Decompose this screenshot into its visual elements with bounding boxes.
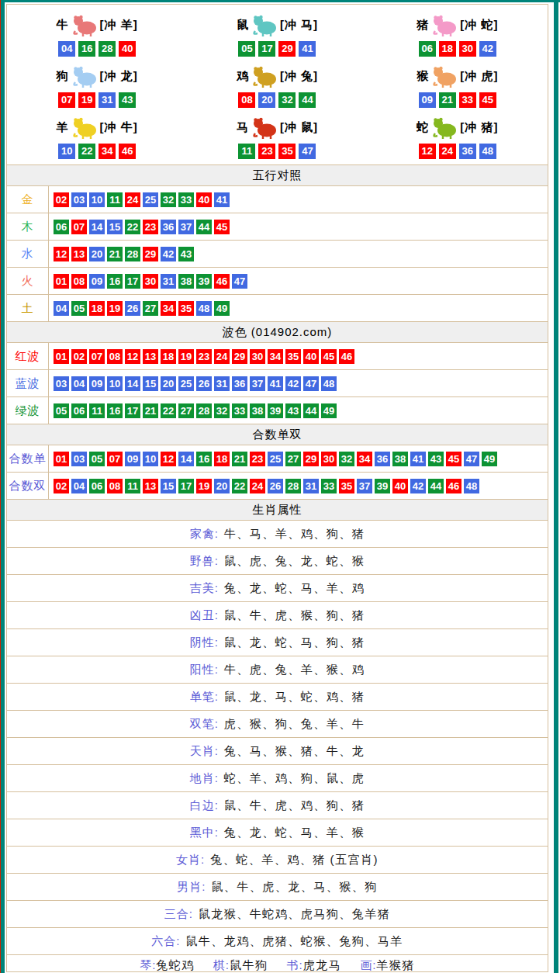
zodiac-number-row: 07193143	[7, 92, 187, 109]
wave-row-label: 蓝波	[7, 370, 49, 396]
arts-zodiac-row: 琴:兔蛇鸡棋:鼠牛狗书:虎龙马画:羊猴猪	[7, 955, 548, 971]
number-ball: 33	[459, 92, 476, 108]
number-ball: 29	[278, 41, 296, 57]
number-ball: 41	[214, 192, 230, 207]
number-ball: 16	[107, 274, 123, 289]
attribute-value: 牛、虎、兔、羊、猴、鸡	[224, 663, 365, 677]
attribute-value: 牛、马、羊、鸡、狗、猪	[224, 527, 365, 542]
number-ball: 02	[54, 479, 69, 493]
number-ball: 31	[99, 92, 116, 108]
zodiac-cell: 猪[冲 蛇]06183042	[368, 9, 548, 60]
attribute-value: 虎、猴、狗、兔、羊、牛	[224, 717, 365, 732]
number-ball: 12	[419, 144, 436, 159]
zodiac-name-line: 羊[冲 牛]	[7, 111, 187, 144]
number-ball: 31	[214, 376, 230, 391]
zodiac-name-line: 牛[冲 羊]	[7, 9, 187, 41]
zodiac-clash-label: [冲 鼠]	[280, 120, 318, 135]
sum-parity-row-label: 合数单	[7, 445, 49, 472]
number-ball: 47	[299, 144, 316, 159]
number-ball: 42	[161, 247, 176, 261]
reference-table: 牛[冲 羊]04162840鼠[冲 马]05172941猪[冲 蛇]061830…	[6, 4, 548, 972]
number-ball: 44	[299, 92, 316, 108]
number-ball: 18	[161, 349, 176, 364]
attribute-label: 六合:	[151, 934, 180, 949]
horse-zodiac-icon	[251, 115, 278, 140]
zodiac-attribute-row: 女肖:兔、蛇、羊、鸡、猪 (五宫肖)	[7, 847, 548, 874]
number-ball: 29	[232, 349, 247, 364]
zodiac-cell: 马[冲 鼠]11233547	[187, 111, 367, 162]
section-header-five-elements: 五行对照	[7, 165, 548, 186]
attribute-value: 兔、龙、蛇、马、羊、鸡	[224, 581, 365, 596]
zodiac-clash-label: [冲 马]	[280, 18, 318, 33]
zodiac-attributes-title: 生肖属性	[253, 503, 302, 516]
zodiac-animal-label: 狗	[57, 69, 69, 84]
number-ball: 20	[214, 479, 230, 493]
number-ball: 19	[196, 479, 212, 493]
five-elements-row-label: 水	[7, 241, 49, 267]
number-ball: 05	[238, 41, 255, 57]
five-elements-row-label: 金	[7, 186, 49, 213]
number-ball: 16	[196, 452, 212, 466]
attribute-label: 单笔:	[190, 690, 219, 705]
wave-row-balls: 03040910141520252631363741424748	[49, 370, 548, 396]
number-ball: 20	[161, 376, 176, 391]
frame-left-accent-line	[0, 0, 1, 973]
zodiac-animal-label: 鼠	[237, 18, 249, 33]
zodiac-animal-label: 马	[237, 120, 249, 135]
number-ball: 40	[119, 41, 136, 57]
number-ball: 14	[178, 452, 194, 466]
number-ball: 49	[321, 403, 337, 418]
pig-zodiac-icon	[430, 12, 458, 37]
number-ball: 12	[161, 452, 176, 466]
attribute-label: 双笔:	[190, 717, 219, 732]
number-ball: 29	[143, 247, 158, 261]
attribute-label: 野兽:	[190, 554, 219, 569]
number-ball: 35	[285, 349, 301, 364]
zodiac-clash-label: [冲 猪]	[460, 120, 498, 135]
attribute-value: 鼠、虎、兔、龙、蛇、猴	[224, 554, 365, 569]
number-ball: 48	[321, 376, 337, 391]
number-ball: 08	[71, 274, 87, 289]
number-ball: 27	[143, 301, 158, 316]
five-elements-row: 木06071415222336374445	[7, 213, 548, 241]
number-ball: 27	[178, 403, 194, 418]
number-ball: 03	[71, 452, 87, 466]
five-elements-row-balls: 0108091617303138394647	[49, 268, 548, 294]
zodiac-animal-label: 鸡	[237, 69, 249, 84]
zodiac-attribute-row: 黑中:兔、龙、蛇、马、羊、猴	[7, 819, 548, 847]
number-ball: 38	[250, 403, 265, 418]
five-elements-row-label: 土	[7, 295, 49, 321]
number-ball: 19	[178, 349, 194, 364]
number-ball: 18	[89, 301, 105, 316]
zodiac-number-row: 09213345	[368, 92, 548, 109]
number-ball: 45	[479, 92, 496, 108]
number-ball: 04	[58, 41, 75, 57]
number-ball: 10	[89, 192, 105, 207]
attribute-label: 白边:	[190, 798, 219, 813]
sum-parity-row-balls: 0204060811131517192022242628313335373940…	[49, 473, 548, 499]
number-ball: 25	[143, 192, 158, 207]
number-ball: 44	[428, 479, 444, 493]
number-ball: 03	[54, 376, 69, 391]
number-ball: 04	[54, 301, 69, 316]
zodiac-number-row: 06183042	[368, 41, 548, 58]
number-ball: 10	[143, 452, 158, 466]
number-ball: 28	[125, 247, 140, 261]
wave-row: 绿波05061116172122272832333839434449	[7, 397, 548, 424]
five-elements-row-balls: 1213202128294243	[49, 241, 548, 267]
number-ball: 17	[258, 41, 275, 57]
number-ball: 07	[58, 92, 75, 108]
number-ball: 14	[89, 220, 105, 234]
number-ball: 15	[107, 220, 123, 234]
number-ball: 43	[285, 403, 301, 418]
number-ball: 31	[303, 479, 319, 493]
sum-parity-row: 合数双0204060811131517192022242628313335373…	[7, 473, 548, 500]
number-ball: 29	[303, 452, 319, 466]
number-ball: 11	[107, 192, 123, 207]
zodiac-clash-label: [冲 牛]	[100, 120, 138, 135]
attribute-value: 兔、龙、蛇、马、羊、猴	[224, 826, 365, 840]
number-ball: 21	[439, 92, 456, 108]
monkey-zodiac-icon	[430, 64, 458, 88]
zodiac-cell: 狗[冲 龙]07193143	[7, 60, 187, 111]
number-ball: 43	[119, 92, 136, 108]
